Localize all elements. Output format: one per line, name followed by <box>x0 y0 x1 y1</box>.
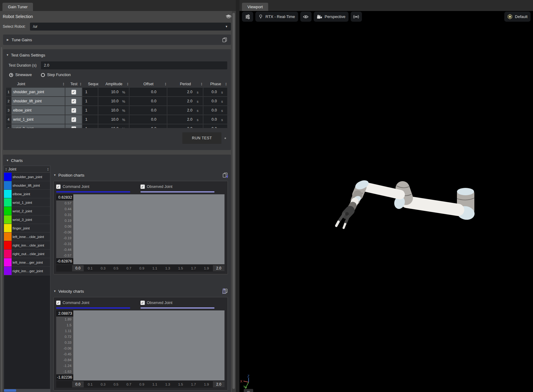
renderer-dropdown[interactable]: RTX - Real-Time <box>255 12 298 22</box>
column-header-joint[interactable]: Joint▲▼ <box>12 82 65 86</box>
table-row[interactable]: 5wrist_2_joint✓110.0%0.02.0s0.0s <box>6 124 228 128</box>
tab-viewport[interactable]: Viewport <box>242 3 268 11</box>
test-checkbox-cell[interactable]: ✓ <box>65 97 82 105</box>
column-header-amplitude[interactable]: Amplitude▲▼ <box>98 82 130 86</box>
checkbox-checked-icon[interactable]: ✓ <box>141 301 145 305</box>
sequence-cell[interactable]: 1 <box>82 97 98 105</box>
amplitude-cell[interactable]: 10.0% <box>98 124 130 128</box>
amplitude-cell[interactable]: 10.0% <box>98 97 130 105</box>
tune-gains-section-header[interactable]: ▶ Tune Gains <box>3 35 231 45</box>
joint-list-item[interactable]: elbow_joint <box>4 190 50 198</box>
sequence-cell[interactable]: 1 <box>82 124 98 128</box>
sequence-cell[interactable]: 1 <box>82 115 98 124</box>
position-charts-header[interactable]: ▼ Position charts <box>53 171 228 179</box>
period-cell[interactable]: 2.0s <box>167 124 203 128</box>
checkbox-checked-icon[interactable]: ✓ <box>71 117 76 122</box>
test-gains-header[interactable]: ▼ Test Gains Settings <box>6 52 228 58</box>
joint-list-item[interactable]: left_inne…ckle_joint <box>4 233 50 241</box>
offset-cell[interactable]: 0.0 <box>130 115 167 124</box>
joint-list-item[interactable]: shoulder_pan_joint <box>4 173 50 181</box>
amplitude-cell[interactable]: 10.0% <box>98 106 130 115</box>
sequence-cell[interactable]: 1 <box>82 88 98 96</box>
legend-toggle[interactable]: ✓Command Joint <box>56 184 135 190</box>
legend-toggle[interactable]: ✓Observed Joint <box>141 184 219 190</box>
joint-list-item[interactable]: wrist_1_joint <box>4 198 50 207</box>
table-row[interactable]: 4wrist_1_joint✓110.0%0.02.0s0.0s <box>6 115 228 124</box>
legend-toggle[interactable]: ✓Command Joint <box>56 300 135 306</box>
checkbox-checked-icon[interactable]: ✓ <box>71 126 76 128</box>
copy-icon[interactable] <box>222 288 228 294</box>
sort-caret-icon[interactable]: ▲▼ <box>165 82 166 86</box>
camera-dropdown[interactable]: Perspective <box>314 12 349 22</box>
joint-list-item[interactable]: wrist_3_joint <box>4 215 50 224</box>
phase-cell[interactable]: 0.0s <box>203 124 228 128</box>
phase-cell[interactable]: 0.0s <box>203 115 228 124</box>
test-checkbox-cell[interactable]: ✓ <box>65 115 82 124</box>
joint-name-cell[interactable]: shoulder_pan_joint <box>12 88 65 96</box>
period-cell[interactable]: 2.0s <box>167 106 203 115</box>
test-duration-input[interactable]: 2.0 <box>41 61 227 69</box>
live-sync-button[interactable] <box>351 12 362 22</box>
column-header-period[interactable]: Period▲▼ <box>167 82 203 86</box>
sequence-cell[interactable]: 1 <box>82 106 98 115</box>
offset-cell[interactable]: 0.0 <box>130 106 167 115</box>
joint-list-item[interactable]: right_out…ckle_joint <box>4 250 50 258</box>
sort-caret-icon[interactable]: ▲▼ <box>63 82 64 86</box>
joint-name-cell[interactable]: wrist_1_joint <box>12 115 65 124</box>
viewport-settings-button[interactable] <box>242 12 253 22</box>
visibility-button[interactable] <box>300 12 312 22</box>
joint-list-item[interactable]: left_inne…ger_joint <box>4 258 50 267</box>
panel-divider[interactable] <box>236 0 239 392</box>
table-row[interactable]: 2shoulder_lift_joint✓110.0%0.02.0s0.0s <box>6 97 228 105</box>
checkbox-checked-icon[interactable]: ✓ <box>71 99 76 104</box>
test-checkbox-cell[interactable]: ✓ <box>65 124 82 128</box>
velocity-charts-header[interactable]: ▼ Velocity charts <box>53 287 228 295</box>
sort-caret-icon[interactable]: ▲▼ <box>47 167 49 171</box>
sort-caret-icon[interactable]: ▲▼ <box>225 82 227 86</box>
sort-caret-icon[interactable]: ▲▼ <box>127 82 129 86</box>
test-checkbox-cell[interactable]: ✓ <box>65 88 82 96</box>
checkbox-checked-icon[interactable]: ✓ <box>71 90 76 94</box>
checkbox-checked-icon[interactable]: ✓ <box>56 301 60 305</box>
phase-cell[interactable]: 0.0s <box>203 88 228 96</box>
offset-cell[interactable]: 0.0 <box>130 97 167 105</box>
axis-gizmo[interactable]: Z X Y m <box>240 374 253 392</box>
joint-list-item[interactable]: right_inn…ckle_joint <box>4 241 50 250</box>
column-header-sequer[interactable]: Sequer <box>82 82 98 86</box>
vertical-scrollbar[interactable] <box>232 11 236 392</box>
horizontal-scrollbar[interactable] <box>4 389 50 392</box>
radio-sinewave[interactable]: Sinewave <box>9 73 32 77</box>
plot-area[interactable] <box>73 310 225 380</box>
period-cell[interactable]: 2.0s <box>167 115 203 124</box>
checkbox-checked-icon[interactable]: ✓ <box>56 185 60 189</box>
joint-list-header[interactable]: ▲▼ Joint ▲▼ <box>4 166 50 173</box>
checkbox-checked-icon[interactable]: ✓ <box>141 185 145 189</box>
joint-name-cell[interactable]: wrist_2_joint <box>12 124 65 128</box>
plot-area[interactable] <box>73 194 225 264</box>
radio-step-function[interactable]: Step Function <box>41 73 71 77</box>
sort-caret-icon[interactable]: ▲▼ <box>201 82 203 86</box>
test-checkbox-cell[interactable]: ✓ <box>65 106 82 115</box>
sort-caret-icon[interactable]: ▲▼ <box>5 167 7 171</box>
horizontal-scrollbar-thumb[interactable] <box>4 389 16 392</box>
robot-select-dropdown[interactable]: /ur ▼ <box>30 23 231 31</box>
offset-cell[interactable]: 0.0 <box>130 124 167 128</box>
period-cell[interactable]: 2.0s <box>167 97 203 105</box>
vertical-scrollbar-thumb[interactable] <box>232 13 235 389</box>
table-row[interactable]: 1shoulder_pan_joint✓110.0%0.02.0s0.0s <box>6 88 228 96</box>
phase-cell[interactable]: 0.0s <box>203 106 228 115</box>
amplitude-cell[interactable]: 10.0% <box>98 115 130 124</box>
joint-name-cell[interactable]: shoulder_lift_joint <box>12 97 65 105</box>
table-row[interactable]: 3elbow_joint✓110.0%0.02.0s0.0s <box>6 106 228 115</box>
legend-toggle[interactable]: ✓Observed Joint <box>141 300 219 306</box>
amplitude-cell[interactable]: 10.0% <box>98 88 130 96</box>
run-test-button[interactable]: RUN TEST <box>182 132 221 144</box>
left-scrollbar-thumb[interactable] <box>1 47 2 392</box>
column-header-offset[interactable]: Offset▲▼ <box>130 82 167 86</box>
charts-header[interactable]: ▼ Charts <box>3 157 229 164</box>
sort-caret-icon[interactable]: ▲▼ <box>80 82 82 86</box>
copy-icon[interactable] <box>222 172 228 178</box>
joint-list-item[interactable]: finger_joint <box>4 224 50 233</box>
tab-gain-tuner[interactable]: Gain Tuner <box>2 3 33 11</box>
offset-cell[interactable]: 0.0 <box>130 88 167 96</box>
